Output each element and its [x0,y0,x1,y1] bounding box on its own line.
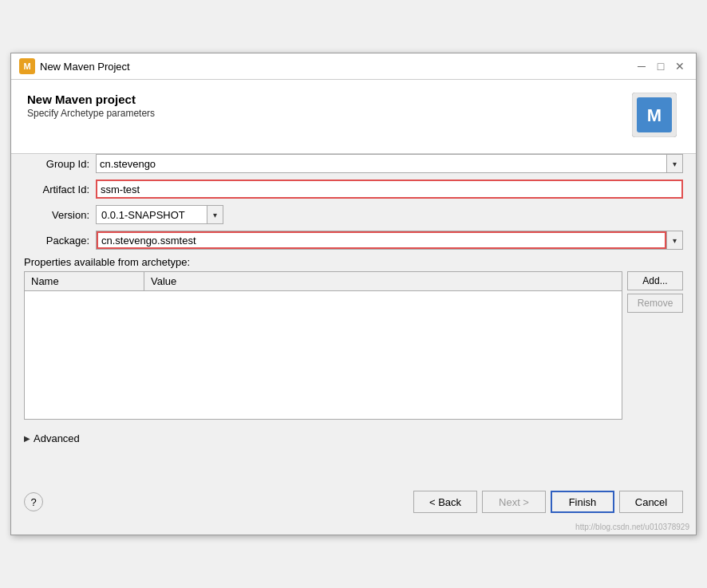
package-dropdown-arrow[interactable]: ▾ [666,231,682,249]
next-button[interactable]: Next > [482,491,546,513]
package-row: Package: ▾ [24,231,683,250]
advanced-triangle-icon: ▶ [24,434,30,443]
properties-table: Name Value [24,271,622,420]
title-controls: ─ □ ✕ [634,58,688,74]
group-id-combo: ▾ [96,154,683,173]
table-col-name-header: Name [25,272,144,290]
footer-left: ? [24,492,43,511]
artifact-id-input[interactable] [96,180,683,199]
properties-label: Properties available from archetype: [24,256,683,268]
advanced-section[interactable]: ▶ Advanced [24,432,683,444]
spacer [11,451,696,483]
page-title: New Maven project [27,93,624,106]
dialog-body: New Maven project Specify Archetype para… [11,80,696,154]
help-button[interactable]: ? [24,492,43,511]
svg-text:M: M [23,61,30,71]
dialog-footer: ? < Back Next > Finish Cancel [11,483,696,521]
title-bar: M New Maven Project ─ □ ✕ [11,53,696,80]
version-value: 0.0.1-SNAPSHOT [97,207,207,223]
artifact-id-label: Artifact Id: [24,184,96,195]
version-combo: 0.0.1-SNAPSHOT ▾ [96,205,223,224]
page-subtitle: Specify Archetype parameters [27,108,624,119]
table-actions: Add... Remove [627,271,683,313]
table-wrapper: Name Value [24,271,622,426]
version-row: Version: 0.0.1-SNAPSHOT ▾ [24,205,683,224]
table-header: Name Value [25,272,622,291]
group-id-label: Group Id: [24,158,96,170]
advanced-label: Advanced [34,432,80,444]
footer-right: < Back Next > Finish Cancel [413,491,683,513]
watermark: http://blog.csdn.net/u010378929 [11,521,696,535]
table-body [25,291,622,419]
header-content: New Maven project Specify Archetype para… [27,93,624,132]
artifact-id-row: Artifact Id: [24,180,683,199]
group-id-input[interactable] [97,155,666,172]
title-bar-left: M New Maven Project [19,58,130,74]
close-button[interactable]: ✕ [672,58,688,74]
dialog-icon: M [19,58,35,74]
package-input[interactable] [97,231,666,249]
minimize-button[interactable]: ─ [634,58,650,74]
table-col-value-header: Value [144,272,622,290]
add-button[interactable]: Add... [627,271,683,290]
back-button[interactable]: < Back [413,491,477,513]
maximize-button[interactable]: □ [653,58,669,74]
package-combo: ▾ [96,231,683,250]
group-id-row: Group Id: ▾ [24,154,683,173]
remove-button[interactable]: Remove [627,294,683,313]
dialog-title: New Maven Project [40,61,130,73]
svg-text:M: M [647,105,662,125]
version-label: Version: [24,209,96,221]
version-dropdown-arrow[interactable]: ▾ [207,206,223,223]
table-section: Name Value Add... Remove [24,271,683,426]
cancel-button[interactable]: Cancel [619,491,683,513]
package-label: Package: [24,235,96,247]
new-maven-project-dialog: M New Maven Project ─ □ ✕ New Maven proj… [10,53,697,535]
group-id-dropdown-arrow[interactable]: ▾ [666,155,682,172]
form-area: Group Id: ▾ Artifact Id: Version: 0.0.1-… [11,154,696,451]
header-row: New Maven project Specify Archetype para… [27,93,680,140]
maven-logo: M [632,93,680,140]
finish-button[interactable]: Finish [551,491,614,513]
